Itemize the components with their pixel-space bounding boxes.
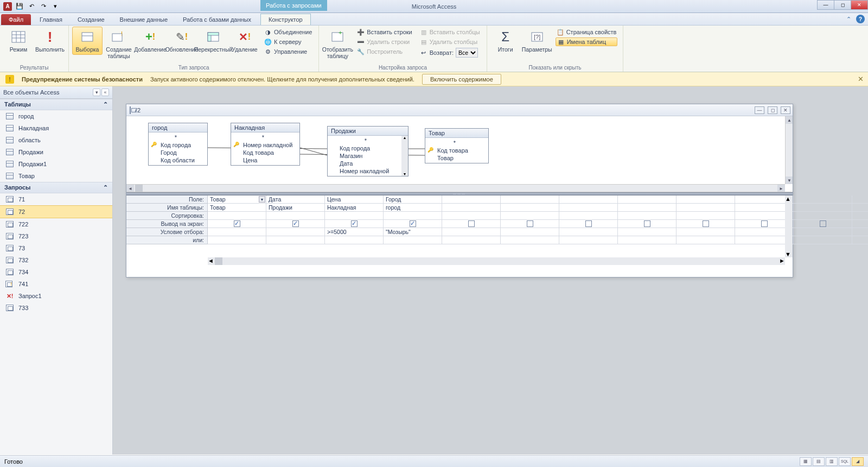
nav-query-item[interactable]: 73 [0, 242, 112, 254]
nav-query-item[interactable]: ✕!Запрос1 [0, 290, 112, 302]
diagram-table-header[interactable]: Продажи [328, 127, 408, 136]
append-button[interactable]: +!Добавление [135, 27, 165, 55]
select-query-button[interactable]: Выборка [72, 27, 103, 55]
tab-design[interactable]: Конструктор [260, 14, 311, 25]
totals-button[interactable]: ΣИтоги [490, 27, 521, 55]
grid-row-header[interactable]: Вывод на экран: [126, 220, 208, 228]
grid-cell[interactable] [325, 212, 384, 220]
diagram-table-header[interactable]: город [149, 123, 207, 132]
diagram-field[interactable]: * [149, 134, 207, 141]
nav-query-item[interactable]: 71 [0, 193, 112, 205]
diagram-table[interactable]: Накладная*Номер накладнойКод товараЦена [231, 123, 300, 166]
grid-cell[interactable]: Продажи [266, 204, 325, 212]
grid-cell[interactable] [266, 236, 325, 244]
diagram-field[interactable]: Номер накладной [231, 141, 299, 149]
grid-cell[interactable]: Дата [266, 195, 325, 204]
showtable-button[interactable]: +Отобразить таблицу [322, 27, 353, 61]
view-datasheet-button[interactable]: ▦ [800, 457, 812, 466]
diagram-field[interactable]: Код города [328, 144, 408, 152]
grid-cell[interactable] [618, 212, 676, 220]
grid-cell[interactable] [208, 220, 266, 228]
child-window-header[interactable]: 72 — ◻ ✕ [126, 104, 793, 116]
delete-query-button[interactable]: ✕!Удаление [229, 27, 260, 55]
deleterows-button[interactable]: ➖Удалить строки [356, 37, 413, 46]
grid-vscroll[interactable]: ▲▼ [785, 195, 793, 257]
nav-group-tables[interactable]: Таблицы⌃ [0, 99, 112, 110]
parameters-button[interactable]: [?]Параметры [522, 27, 552, 55]
diagram-field[interactable]: Код области [149, 156, 207, 164]
show-checkbox[interactable] [761, 220, 768, 227]
grid-cell[interactable] [442, 212, 501, 220]
grid-row-header[interactable]: Имя таблицы: [126, 204, 208, 212]
diagram-table-header[interactable]: Накладная [231, 123, 299, 132]
diagram-field[interactable]: * [425, 139, 488, 147]
grid-cell[interactable] [559, 228, 618, 236]
grid-hscroll[interactable]: ◄► [208, 257, 785, 265]
view-pivot-button[interactable]: ▤ [813, 457, 825, 466]
diagram-field[interactable]: Код города [149, 141, 207, 149]
nav-table-item[interactable]: Продажи [0, 146, 112, 158]
grid-cell[interactable]: Цена [325, 195, 384, 204]
grid-cell[interactable] [501, 220, 559, 228]
grid-cell[interactable] [676, 220, 735, 228]
grid-cell[interactable] [559, 204, 618, 212]
diagram-hscroll[interactable]: ◄► [126, 184, 785, 192]
tab-home[interactable]: Главная [32, 14, 70, 25]
help-icon[interactable]: ? [856, 15, 865, 23]
view-design-button[interactable]: ◢ [852, 457, 864, 466]
grid-cell[interactable] [618, 220, 676, 228]
deletecols-button[interactable]: ▤Удалить столбцы [419, 37, 481, 46]
grid-cell[interactable]: город [384, 204, 442, 212]
grid-cell[interactable] [618, 204, 676, 212]
grid-row-header[interactable]: Условие отбора: [126, 228, 208, 236]
show-checkbox[interactable] [292, 220, 299, 227]
grid-cell[interactable] [794, 228, 852, 236]
grid-cell[interactable] [501, 204, 559, 212]
diagram-pane[interactable]: город*Код городаГородКод областиНакладна… [126, 116, 793, 192]
grid-cell[interactable]: Город [384, 195, 442, 204]
grid-cell[interactable] [794, 220, 852, 228]
datadef-button[interactable]: ⚙Управление [263, 47, 313, 56]
propsheet-button[interactable]: 📋Страница свойств [556, 28, 618, 36]
minimize-ribbon-icon[interactable]: ⌃ [844, 15, 853, 23]
view-button[interactable]: Режим [3, 27, 34, 55]
nav-query-item[interactable]: 723 [0, 230, 112, 242]
undo-icon[interactable]: ↶ [26, 1, 37, 12]
grid-cell[interactable] [618, 228, 676, 236]
diagram-table[interactable]: Продажи*Код городаМагазинДатаНомер накла… [327, 126, 409, 176]
grid-cell[interactable] [208, 212, 266, 220]
grid-cell[interactable] [794, 212, 852, 220]
maketable-button[interactable]: !Создание таблицы [104, 27, 134, 61]
grid-cell[interactable] [852, 228, 868, 236]
grid-cell[interactable] [852, 204, 868, 212]
grid-cell[interactable] [852, 220, 868, 228]
nav-query-item[interactable]: 732 [0, 254, 112, 266]
grid-cell[interactable] [676, 195, 735, 204]
grid-cell[interactable] [618, 195, 676, 204]
grid-cell[interactable] [208, 228, 266, 236]
grid-cell[interactable] [442, 228, 501, 236]
grid-row-header[interactable]: Сортировка: [126, 212, 208, 220]
grid-cell[interactable]: Товар▼ [208, 195, 266, 204]
tab-dbtools[interactable]: Работа с базами данных [175, 14, 259, 25]
grid-cell[interactable] [794, 204, 852, 212]
minimize-button[interactable]: — [817, 0, 834, 10]
grid-cell[interactable] [384, 220, 442, 228]
union-button[interactable]: ◑Объединение [263, 28, 313, 36]
grid-cell[interactable] [501, 236, 559, 244]
diagram-vscroll[interactable]: ▲▼ [785, 116, 793, 184]
grid-cell[interactable] [618, 236, 676, 244]
grid-cell[interactable] [559, 212, 618, 220]
nav-table-item[interactable]: область [0, 134, 112, 146]
grid-cell[interactable] [442, 204, 501, 212]
grid-row-header[interactable]: Поле: [126, 195, 208, 204]
show-checkbox[interactable] [820, 220, 826, 227]
grid-cell[interactable] [676, 236, 735, 244]
nav-collapse-icon[interactable]: « [101, 89, 109, 96]
close-button[interactable]: ✕ [851, 0, 868, 10]
nav-query-item[interactable]: 734 [0, 266, 112, 278]
grid-cell[interactable] [852, 195, 868, 204]
show-checkbox[interactable] [351, 220, 358, 227]
insertcols-button[interactable]: ▥Вставить столбцы [419, 28, 481, 36]
grid-cell[interactable] [852, 212, 868, 220]
